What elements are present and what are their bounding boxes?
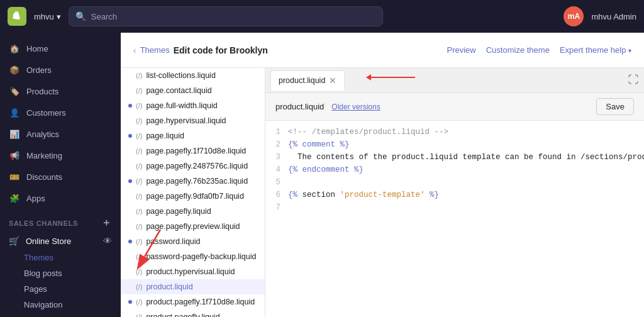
customize-theme-link[interactable]: Customize theme [486, 45, 550, 55]
liquid-icon: (/) [136, 117, 142, 125]
code-line: 5 [265, 176, 644, 189]
liquid-icon: (/) [136, 298, 142, 306]
liquid-icon: (/) [136, 313, 142, 317]
code-line: 6{% section 'product-template' %} [265, 189, 644, 201]
liquid-icon: (/) [136, 87, 142, 94]
sidebar-sub-item-pages[interactable]: Pages [24, 281, 121, 297]
apps-icon: 🧩 [9, 192, 20, 204]
liquid-icon: (/) [136, 72, 142, 79]
marketing-icon: 📢 [9, 150, 20, 161]
file-item[interactable]: (/) page.hypervisual.liquid [121, 113, 265, 128]
line-content [288, 201, 644, 214]
split-view: (/) list-collections.liquid(/) page.cont… [121, 68, 644, 317]
sidebar-sub-item-blog-posts[interactable]: Blog posts [24, 265, 121, 281]
add-sales-channel-icon[interactable]: ＋ [101, 216, 112, 230]
visibility-icon[interactable]: 👁 [103, 236, 112, 246]
file-item[interactable]: (/) page.pagefly.76b235ac.liquid [121, 174, 265, 189]
sub-item-label: Blog posts [24, 269, 62, 278]
sidebar-item-customers[interactable]: 👤Customers [0, 102, 121, 123]
sidebar-item-orders[interactable]: 📦Orders [0, 59, 121, 81]
modified-dot [128, 179, 132, 183]
sidebar-sub-item-navigation[interactable]: Navigation [24, 297, 121, 313]
file-item[interactable]: (/) product.pagefly.1f710d8e.liquid [121, 294, 265, 309]
file-name: page.hypervisual.liquid [146, 116, 226, 125]
sidebar-item-label: Analytics [26, 130, 59, 139]
line-number: 7 [265, 201, 288, 214]
preview-link[interactable]: Preview [447, 45, 475, 55]
editor-toolbar-left: product.liquid Older versions [275, 102, 380, 111]
modified-dot [128, 134, 132, 138]
editor-toolbar: product.liquid Older versions Save [265, 93, 644, 121]
file-item[interactable]: (/) page.pagefly.9dfa0fb7.liquid [121, 189, 265, 204]
sidebar-item-products[interactable]: 🏷️Products [0, 81, 121, 102]
online-store-label: Online Store [26, 236, 101, 246]
code-line: 1<!-- /templates/product.liquid --> [265, 126, 644, 138]
file-item[interactable]: (/) product.hypervisual.liquid [121, 264, 265, 279]
expert-help-link[interactable]: Expert theme help ▾ [560, 45, 631, 55]
liquid-icon: (/) [136, 192, 142, 200]
sidebar-item-label: Home [26, 44, 48, 53]
home-icon: 🏠 [9, 43, 20, 54]
file-name: product.pagefly.liquid [146, 313, 219, 317]
modified-dot [128, 104, 132, 108]
products-icon: 🏷️ [9, 86, 20, 97]
file-name: page.pagefly.9dfa0fb7.liquid [146, 192, 243, 201]
sidebar-sub-item-themes[interactable]: Themes [24, 250, 121, 265]
close-tab-icon[interactable]: ✕ [329, 76, 336, 85]
older-versions-link[interactable]: Older versions [331, 103, 380, 111]
online-store-item[interactable]: 🛒 Online Store 👁 [0, 232, 121, 250]
line-number: 4 [265, 164, 288, 176]
sidebar-sub-item-domains[interactable]: Domains [24, 313, 121, 317]
orders-icon: 📦 [9, 64, 20, 75]
online-store-sub-menu: ThemesBlog postsPagesNavigationDomainsPr… [0, 250, 121, 317]
line-number: 2 [265, 138, 288, 151]
search-bar[interactable]: 🔍 Search [69, 6, 383, 26]
file-item[interactable]: (/) product.pagefly.liquid [121, 309, 265, 317]
sidebar-item-discounts[interactable]: 🎫Discounts [0, 166, 121, 187]
breadcrumb-link[interactable]: Themes [140, 45, 170, 55]
code-editor[interactable]: 1<!-- /templates/product.liquid -->2{% c… [265, 121, 644, 317]
customers-icon: 👤 [9, 107, 20, 118]
sidebar-item-marketing[interactable]: 📢Marketing [0, 145, 121, 166]
file-name: page.liquid [146, 131, 184, 140]
liquid-icon: (/) [136, 147, 142, 155]
tab-label: product.liquid [279, 76, 325, 85]
file-item[interactable]: (/) page.pagefly.2487576c.liquid [121, 158, 265, 174]
save-button[interactable]: Save [596, 98, 634, 115]
page-title: Edit code for Brooklyn [174, 45, 268, 55]
line-content: {% section 'product-template' %} [288, 189, 644, 201]
sidebar-item-analytics[interactable]: 📊Analytics [0, 123, 121, 145]
sales-channels-label: SALES CHANNELS ＋ [0, 209, 121, 232]
sidebar-item-label: Apps [26, 194, 45, 203]
sub-item-label: Pages [24, 284, 47, 294]
file-name: password.liquid [146, 237, 200, 246]
line-content: The contents of the product.liquid templ… [288, 151, 644, 164]
file-item[interactable]: (/) page.pagefly.liquid [121, 204, 265, 219]
file-item[interactable]: (/) password-pagefly-backup.liquid [121, 249, 265, 264]
page-header: ‹ Themes Edit code for Brooklyn Preview … [121, 33, 644, 68]
file-item[interactable]: (/) page.pagefly.preview.liquid [121, 219, 265, 234]
file-item[interactable]: (/) page.full-width.liquid [121, 98, 265, 113]
user-name: mhvu Admin [591, 12, 636, 21]
file-item[interactable]: (/) password.liquid [121, 234, 265, 249]
file-name: product.hypervisual.liquid [146, 267, 235, 276]
editor-tabs: product.liquid ✕ [265, 68, 644, 93]
expand-button[interactable] [628, 74, 639, 87]
sidebar-item-home[interactable]: 🏠Home [0, 38, 121, 59]
store-name-button[interactable]: mhvu ▾ [34, 12, 61, 21]
editor-tab-product-liquid[interactable]: product.liquid ✕ [270, 70, 345, 91]
file-name: page.pagefly.preview.liquid [146, 222, 240, 231]
code-line: 2{% comment %} [265, 138, 644, 151]
file-item[interactable]: (/) page.contact.liquid [121, 83, 265, 98]
file-item[interactable]: (/) product.liquid [121, 279, 265, 294]
sidebar-item-apps[interactable]: 🧩Apps [0, 187, 121, 209]
line-content: <!-- /templates/product.liquid --> [288, 126, 644, 138]
line-number: 3 [265, 151, 288, 164]
file-item[interactable]: (/) list-collections.liquid [121, 68, 265, 83]
file-item[interactable]: (/) page.liquid [121, 128, 265, 143]
sub-item-label: Navigation [24, 300, 62, 309]
online-store-icon: 🛒 [9, 236, 19, 246]
avatar: mA [564, 6, 584, 26]
file-item[interactable]: (/) page.pagefly.1f710d8e.liquid [121, 143, 265, 158]
page-actions: Preview Customize theme Expert theme hel… [447, 45, 631, 55]
